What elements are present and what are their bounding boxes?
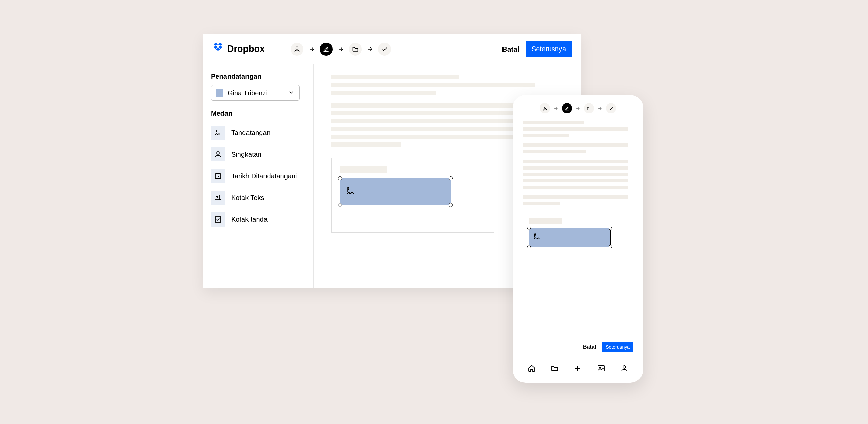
field-initials[interactable]: Singkatan <box>211 144 306 165</box>
step-person[interactable] <box>291 43 303 56</box>
chevron-down-icon <box>288 89 295 97</box>
field-date-signed[interactable]: Tarikh Ditandatangani <box>211 166 306 187</box>
field-label: Singkatan <box>231 151 261 158</box>
svg-point-7 <box>599 367 601 368</box>
topbar: Dropbox <box>203 34 581 64</box>
step-folder[interactable] <box>349 43 362 56</box>
checkbox-icon <box>211 212 225 227</box>
brand-logo: Dropbox <box>212 42 265 56</box>
arrow-right-icon <box>575 106 580 111</box>
mobile-cancel-button[interactable]: Batal <box>583 344 596 350</box>
field-label: Tandatangan <box>231 129 271 137</box>
svg-point-5 <box>544 107 546 108</box>
resize-handle[interactable] <box>527 245 531 248</box>
signature-field[interactable] <box>340 178 451 205</box>
mobile-device: Batal Seterusnya <box>513 95 643 383</box>
field-label: Kotak tanda <box>231 216 268 224</box>
resize-handle[interactable] <box>449 203 453 207</box>
document-section <box>331 158 494 233</box>
resize-handle[interactable] <box>609 245 612 248</box>
person-icon <box>211 147 225 161</box>
svg-point-0 <box>296 47 298 49</box>
arrow-right-icon <box>597 106 603 111</box>
calendar-icon <box>211 169 225 183</box>
mobile-canvas <box>513 121 643 335</box>
svg-rect-6 <box>598 366 604 371</box>
tab-photos[interactable] <box>597 364 605 374</box>
mobile-next-button[interactable]: Seterusnya <box>602 342 633 352</box>
cancel-button[interactable]: Batal <box>502 45 519 53</box>
signature-icon <box>532 232 542 243</box>
signer-select[interactable]: Gina Tribenzi <box>211 85 300 101</box>
field-label: Tarikh Ditandatangani <box>231 172 297 180</box>
stepper <box>291 43 391 56</box>
fields-heading: Medan <box>211 110 306 117</box>
arrow-right-icon <box>553 106 558 111</box>
tab-account[interactable] <box>620 364 628 374</box>
svg-rect-4 <box>215 217 221 222</box>
arrow-right-icon <box>337 46 344 53</box>
field-label: Kotak Teks <box>231 194 264 202</box>
next-button[interactable]: Seterusnya <box>526 41 572 57</box>
signature-icon <box>345 185 356 198</box>
step-folder[interactable] <box>584 103 594 113</box>
signature-icon <box>211 126 225 140</box>
svg-point-1 <box>217 152 219 154</box>
tab-add[interactable] <box>574 364 582 374</box>
step-edit[interactable] <box>320 43 333 56</box>
step-done[interactable] <box>378 43 391 56</box>
brand-name: Dropbox <box>227 44 265 54</box>
svg-point-8 <box>623 366 626 368</box>
resize-handle[interactable] <box>527 227 531 230</box>
field-signature[interactable]: Tandatangan <box>211 122 306 143</box>
step-person[interactable] <box>540 103 550 113</box>
textbox-icon <box>211 191 225 205</box>
resize-handle[interactable] <box>609 227 612 230</box>
mobile-tabbar <box>513 360 643 383</box>
sidebar: Penandatangan Gina Tribenzi Medan Tandat… <box>203 64 314 288</box>
tab-home[interactable] <box>528 364 536 374</box>
field-list: Tandatangan Singkatan Tarikh Ditandatang… <box>211 122 306 230</box>
dropbox-logo-icon <box>212 42 224 56</box>
signer-name: Gina Tribenzi <box>228 89 268 97</box>
mobile-actions: Batal Seterusnya <box>513 342 643 352</box>
field-checkbox[interactable]: Kotak tanda <box>211 209 306 230</box>
signers-heading: Penandatangan <box>211 73 306 80</box>
signer-color-swatch <box>216 89 223 97</box>
mobile-signature-field[interactable] <box>529 228 611 247</box>
mobile-document-section <box>523 213 633 266</box>
field-textbox[interactable]: Kotak Teks <box>211 187 306 208</box>
resize-handle[interactable] <box>338 176 342 180</box>
resize-handle[interactable] <box>449 176 453 180</box>
step-done[interactable] <box>606 103 616 113</box>
resize-handle[interactable] <box>338 203 342 207</box>
arrow-right-icon <box>367 46 373 53</box>
tab-folder[interactable] <box>551 364 559 374</box>
step-edit[interactable] <box>562 103 572 113</box>
arrow-right-icon <box>308 46 315 53</box>
mobile-stepper <box>513 103 643 113</box>
